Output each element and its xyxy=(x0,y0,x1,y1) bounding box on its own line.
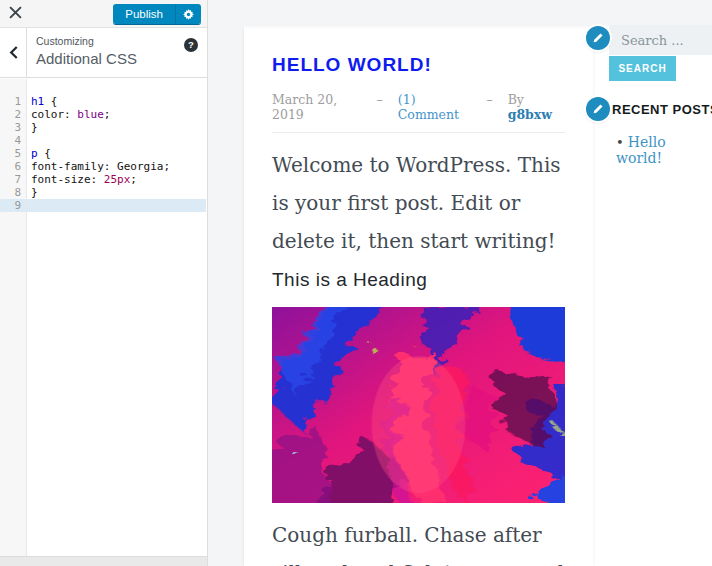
customizing-label: Customizing xyxy=(36,35,137,47)
recent-posts-list: Hello world! xyxy=(616,134,712,166)
post-paragraph-2: Cough furball. Chase after silly colored… xyxy=(272,516,565,566)
code-line[interactable]: font-family: Georgia; xyxy=(27,160,206,173)
chevron-left-icon xyxy=(9,46,18,59)
code-lines: h1 {color: blue;}p {font-family: Georgia… xyxy=(27,79,206,556)
line-number: 5 xyxy=(0,147,26,160)
close-customizer-button[interactable] xyxy=(6,5,24,23)
help-button[interactable]: ? xyxy=(184,38,198,52)
code-token: color: xyxy=(31,108,77,121)
code-token: font-size: xyxy=(31,173,104,186)
panel-bottom-strip xyxy=(0,556,207,566)
meta-separator: – xyxy=(486,92,492,107)
code-line[interactable]: } xyxy=(27,121,206,134)
by-label: By xyxy=(508,92,524,107)
line-number: 3 xyxy=(0,121,26,134)
edit-recent-posts-widget-button[interactable] xyxy=(586,97,610,121)
line-number: 2 xyxy=(0,108,26,121)
byline: By g8bxw xyxy=(508,92,565,122)
code-token: font-family: Georgia; xyxy=(31,160,170,173)
line-number: 1 xyxy=(0,95,26,108)
meta-separator: – xyxy=(377,92,383,107)
code-line[interactable]: } xyxy=(27,186,206,199)
author-link[interactable]: g8bxw xyxy=(508,107,552,122)
line-number: 6 xyxy=(0,160,26,173)
publish-settings-button[interactable] xyxy=(175,4,201,24)
search-button[interactable]: SEARCH xyxy=(609,56,676,81)
pencil-icon xyxy=(592,32,604,44)
line-number: 4 xyxy=(0,134,26,147)
publish-button-group: Publish xyxy=(113,4,201,24)
customizer-top-bar: Publish xyxy=(0,0,207,28)
code-gutter: 123456789 xyxy=(0,79,27,556)
code-token: } xyxy=(31,121,38,134)
code-token: blue xyxy=(77,108,104,121)
section-titles: Customizing Additional CSS xyxy=(27,28,137,77)
line-number: 9 xyxy=(0,199,26,212)
code-line[interactable] xyxy=(27,199,206,212)
featured-image-abstract-paint xyxy=(272,307,565,503)
code-token: } xyxy=(31,186,38,199)
code-line[interactable]: font-size: 25px; xyxy=(27,173,206,186)
post-card: HELLO WORLD! March 20, 2019 – (1) Commen… xyxy=(244,28,593,566)
close-icon xyxy=(9,6,22,19)
post-paragraph-1: Welcome to WordPress. This is your first… xyxy=(272,146,565,260)
code-token: p xyxy=(31,147,38,160)
recent-post-item: Hello world! xyxy=(616,134,712,166)
css-code-editor[interactable]: 123456789 h1 {color: blue;}p {font-famil… xyxy=(0,79,206,556)
comments-link[interactable]: (1) Comment xyxy=(398,92,472,122)
code-line[interactable]: color: blue; xyxy=(27,108,206,121)
gear-icon xyxy=(182,8,195,21)
customizer-panel: Publish Customizing Additional CSS ? xyxy=(0,0,208,566)
code-token: h1 xyxy=(31,95,44,108)
code-token: 25px xyxy=(104,173,131,186)
code-line[interactable]: h1 { xyxy=(27,95,206,108)
code-token: ; xyxy=(104,108,111,121)
line-number: 8 xyxy=(0,186,26,199)
code-token: ; xyxy=(130,173,137,186)
pencil-icon xyxy=(592,103,604,115)
publish-button[interactable]: Publish xyxy=(113,4,175,24)
code-line[interactable] xyxy=(27,134,206,147)
code-token: { xyxy=(38,147,51,160)
post-subheading: This is a Heading xyxy=(272,269,565,291)
meta-divider xyxy=(272,132,565,133)
edit-search-widget-button[interactable] xyxy=(586,26,610,50)
recent-post-link[interactable]: Hello world! xyxy=(616,134,666,166)
post-meta: March 20, 2019 – (1) Comment – By g8bxw xyxy=(272,92,565,122)
recent-posts-heading: RECENT POSTS xyxy=(612,102,712,117)
preview-sidebar: SEARCH RECENT POSTS Hello world! xyxy=(586,0,712,566)
code-line[interactable]: p { xyxy=(27,147,206,160)
back-button[interactable] xyxy=(0,28,27,77)
customize-screen: Publish Customizing Additional CSS ? xyxy=(0,0,712,566)
post-title-link[interactable]: HELLO WORLD! xyxy=(272,54,565,76)
preview-left-gutter xyxy=(208,0,244,566)
site-preview: HELLO WORLD! March 20, 2019 – (1) Commen… xyxy=(208,0,712,566)
post-date: March 20, 2019 xyxy=(272,92,362,122)
help-icon: ? xyxy=(188,39,194,50)
panel-title: Additional CSS xyxy=(36,50,137,67)
section-header: Customizing Additional CSS ? xyxy=(0,28,207,78)
line-number: 7 xyxy=(0,173,26,186)
code-token: { xyxy=(44,95,57,108)
search-input[interactable] xyxy=(609,25,712,55)
